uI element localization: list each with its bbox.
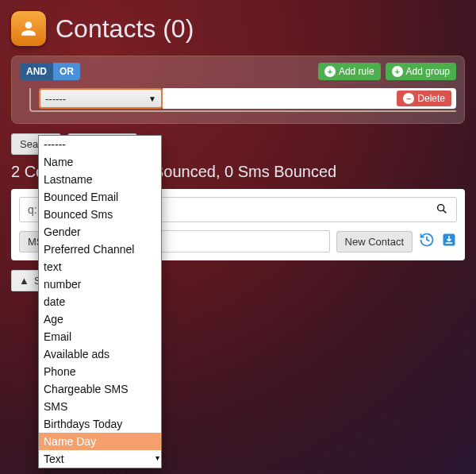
add-group-button[interactable]: + Add group	[386, 63, 456, 80]
dropdown-option[interactable]: Text	[39, 450, 161, 468]
page-header: Contacts (0)	[11, 11, 465, 46]
dropdown-option[interactable]: Name Day	[39, 433, 161, 450]
rule-body: – Delete	[163, 88, 456, 109]
add-rule-label: Add rule	[339, 66, 374, 77]
new-contact-button[interactable]: New Contact	[336, 231, 413, 252]
dropdown-option[interactable]: Chargeable SMS	[39, 380, 161, 398]
magnifier-icon	[436, 202, 448, 215]
dropdown-option[interactable]: Preferred Channel	[39, 241, 161, 258]
chevron-down-icon: ▼	[148, 94, 156, 103]
title-text: Contacts	[56, 14, 155, 43]
svg-line-1	[443, 210, 447, 213]
dropdown-option[interactable]: ------	[39, 136, 161, 153]
dropdown-option[interactable]: Name	[39, 153, 161, 171]
plus-icon: +	[392, 66, 403, 77]
dropdown-option[interactable]: date	[39, 293, 161, 310]
svg-point-0	[438, 204, 444, 210]
or-option[interactable]: OR	[53, 63, 80, 80]
download-icon[interactable]	[441, 232, 457, 252]
add-group-label: Add group	[406, 66, 450, 77]
contacts-logo-icon	[11, 11, 46, 46]
and-option[interactable]: AND	[20, 63, 53, 80]
rule-field-value: ------	[45, 93, 66, 105]
dropdown-option[interactable]: Email	[39, 328, 161, 345]
person-icon	[18, 18, 39, 39]
dropdown-option[interactable]: Birthdays Today	[39, 415, 161, 433]
query-builder: AND OR + Add rule + Add group ------ ▼	[11, 56, 465, 124]
dropdown-option[interactable]: text	[39, 258, 161, 276]
dropdown-option[interactable]: Phone	[39, 363, 161, 380]
and-or-toggle[interactable]: AND OR	[20, 63, 80, 80]
title-count: (0)	[163, 14, 194, 43]
plus-icon: +	[324, 66, 336, 77]
dropdown-option[interactable]: Age	[39, 310, 161, 328]
rule-field-select[interactable]: ------ ▼	[39, 88, 163, 109]
page-title: Contacts (0)	[56, 14, 194, 44]
dropdown-option[interactable]: Lastname	[39, 171, 161, 188]
dropdown-option[interactable]: Bounced Email	[39, 188, 161, 206]
dropdown-option[interactable]: Engagement Metric	[39, 468, 161, 474]
dropdown-option[interactable]: SMS	[39, 398, 161, 415]
dropdown-option[interactable]: number	[39, 276, 161, 293]
rule-field-dropdown[interactable]: ------NameLastnameBounced EmailBounced S…	[38, 135, 162, 468]
rule-row: ------ ▼ – Delete	[29, 88, 456, 112]
history-icon[interactable]	[419, 232, 435, 252]
search-icon[interactable]	[428, 202, 456, 218]
dropdown-option[interactable]: Available ads	[39, 345, 161, 363]
delete-label: Delete	[417, 93, 445, 104]
dropdown-option[interactable]: Gender	[39, 223, 161, 241]
delete-rule-button[interactable]: – Delete	[397, 91, 451, 106]
dropdown-option[interactable]: Bounced Sms	[39, 206, 161, 223]
triangle-up-icon: ▲	[19, 275, 29, 287]
add-rule-button[interactable]: + Add rule	[318, 63, 381, 80]
minus-icon: –	[403, 93, 414, 104]
